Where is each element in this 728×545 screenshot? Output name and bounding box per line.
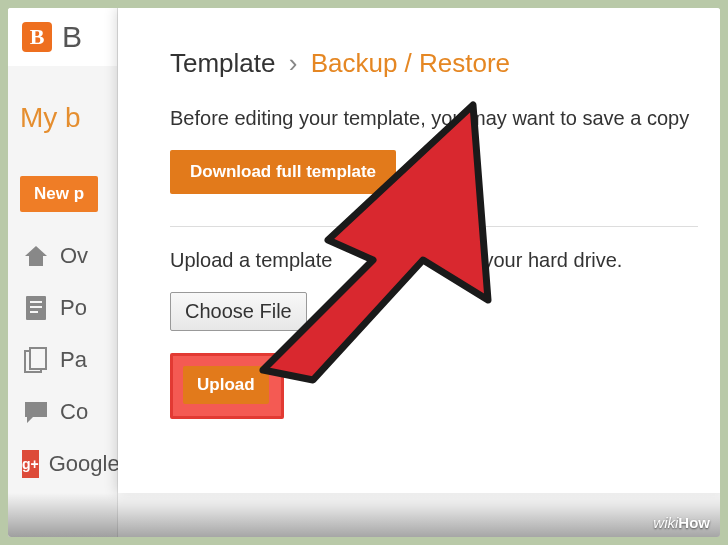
- home-icon: [22, 242, 50, 270]
- backup-restore-modal: Template › Backup / Restore Before editi…: [118, 8, 720, 493]
- upload-highlight: Upload: [170, 353, 284, 419]
- crumb-template[interactable]: Template: [170, 48, 276, 78]
- gplus-icon: g+: [22, 450, 39, 478]
- upload-button[interactable]: Upload: [183, 366, 269, 404]
- pages-icon: [22, 346, 50, 374]
- nav-label: Pa: [60, 347, 87, 373]
- sidebar: B B My b New p Ov Po: [8, 8, 118, 537]
- crumb-backup-restore: Backup / Restore: [311, 48, 510, 78]
- svg-rect-1: [30, 301, 42, 303]
- posts-icon: [22, 294, 50, 322]
- nav-overview[interactable]: Ov: [22, 242, 117, 270]
- wikihow-watermark: wikiHow: [653, 514, 710, 531]
- svg-rect-2: [30, 306, 42, 308]
- logo-bar: B B: [8, 8, 117, 66]
- app-title: B: [62, 20, 82, 54]
- svg-rect-3: [30, 311, 38, 313]
- backup-description: Before editing your template, you may wa…: [170, 107, 698, 130]
- page-frame: B B My b New p Ov Po: [8, 8, 720, 537]
- nav-label: Co: [60, 399, 88, 425]
- nav-comments[interactable]: Co: [22, 398, 117, 426]
- bottom-gradient: [8, 493, 720, 537]
- my-blogs-heading: My b: [8, 66, 117, 134]
- download-full-template-button[interactable]: Download full template: [170, 150, 396, 194]
- svg-rect-5: [30, 348, 46, 369]
- breadcrumb: Template › Backup / Restore: [170, 48, 698, 79]
- nav-label: Ov: [60, 243, 88, 269]
- nav-posts[interactable]: Po: [22, 294, 117, 322]
- new-post-button[interactable]: New p: [20, 176, 98, 212]
- crumb-separator: ›: [289, 48, 298, 78]
- nav-label: Po: [60, 295, 87, 321]
- comments-icon: [22, 398, 50, 426]
- nav-googleplus[interactable]: g+ Google+: [22, 450, 117, 478]
- divider: [170, 226, 698, 227]
- blogger-logo-icon: B: [22, 22, 52, 52]
- nav-list: Ov Po Pa Co g+ Go: [8, 242, 117, 478]
- choose-file-button[interactable]: Choose File: [170, 292, 307, 331]
- nav-pages[interactable]: Pa: [22, 346, 117, 374]
- upload-description: Upload a template your hard drive.: [170, 249, 698, 272]
